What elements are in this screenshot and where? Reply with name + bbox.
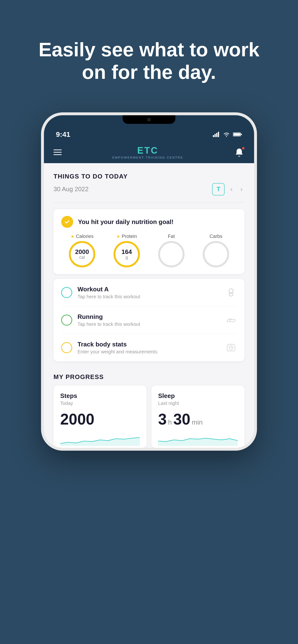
shoe-icon: [225, 314, 237, 326]
hamburger-menu[interactable]: [54, 150, 62, 155]
calories-star: ★: [71, 234, 74, 239]
steps-title: Steps: [60, 392, 140, 400]
date-text: 30 Aug 2022: [54, 186, 89, 193]
carbs-circle: [203, 241, 229, 268]
svg-rect-2: [216, 133, 217, 137]
steps-subtitle: Today: [60, 400, 140, 406]
svg-rect-3: [218, 132, 219, 137]
logo-title: ETC: [112, 146, 183, 156]
protein-unit: g: [125, 255, 128, 260]
kettlebell-icon: [225, 287, 237, 298]
protein-label-text: Protein: [122, 234, 137, 239]
logo-subtitle: EMPOWERMENT TRAINING CENTRE: [112, 156, 183, 159]
notch-area: [44, 115, 254, 127]
status-time: 9:41: [56, 130, 70, 138]
task-body-stats[interactable]: Track body stats Enter your weight and m…: [61, 334, 237, 361]
check-circle: [61, 216, 73, 228]
calories-label-text: Calories: [76, 234, 93, 239]
calories-label: ★ Calories: [71, 234, 93, 239]
fat-circle: [158, 241, 185, 268]
app-logo: ETC EMPOWERMENT TRAINING CENTRE: [112, 146, 183, 159]
prev-day-button[interactable]: ‹: [228, 184, 234, 194]
sleep-min-unit: min: [192, 418, 203, 426]
status-icons: [213, 132, 242, 137]
body-stats-content: Track body stats Enter your weight and m…: [77, 341, 225, 354]
workout-a-circle: [61, 287, 72, 298]
notification-dot: [242, 146, 245, 150]
wifi-icon: [223, 132, 230, 137]
nutrition-header: You hit your daily nutrition goal!: [61, 216, 237, 228]
task-workout-a[interactable]: Workout A Tap here to track this workout: [61, 279, 237, 306]
protein-circle: 164 g: [113, 241, 140, 268]
app-content: THINGS TO DO TODAY 30 Aug 2022 T ‹ ›: [44, 163, 254, 448]
sleep-minutes: 30: [173, 411, 190, 428]
protein-value: 164: [121, 249, 132, 255]
svg-rect-0: [213, 135, 214, 137]
divider: [54, 202, 244, 203]
macro-carbs: Carbs: [203, 234, 229, 268]
svg-rect-1: [215, 134, 216, 137]
camera: [147, 118, 151, 121]
today-button[interactable]: T: [212, 183, 225, 196]
fat-label: Fat: [168, 234, 175, 239]
scale-icon: [225, 342, 237, 354]
running-content: Running Tap here to track this workout: [77, 313, 225, 327]
macro-fat: Fat: [158, 234, 185, 268]
signal-icon: [213, 132, 220, 137]
carbs-label: Carbs: [209, 234, 222, 239]
nutrition-goal-text: You hit your daily nutrition goal!: [78, 218, 174, 226]
hero-text: Easily see what to work on for the day.: [0, 0, 298, 103]
steps-chart: [60, 432, 140, 446]
protein-star: ★: [116, 234, 120, 239]
task-running[interactable]: Running Tap here to track this workout: [61, 306, 237, 334]
carbs-label-text: Carbs: [209, 234, 222, 239]
today-btn-label: T: [216, 186, 220, 193]
sleep-h-unit: h: [168, 418, 172, 426]
phone-frame: 9:41: [41, 112, 257, 451]
section-title: THINGS TO DO TODAY: [54, 173, 244, 180]
running-sub: Tap here to track this workout: [77, 322, 225, 327]
sleep-card: Sleep Last night 3 h 30 min: [152, 386, 244, 448]
notification-bell[interactable]: [234, 147, 244, 158]
sleep-hours: 3: [158, 411, 167, 428]
sleep-chart: [158, 432, 238, 446]
calories-value: 2000: [75, 249, 89, 255]
progress-section: MY PROGRESS Steps Today 2000 S: [54, 366, 244, 448]
sleep-title: Sleep: [158, 392, 238, 400]
steps-value: 2000: [60, 411, 140, 428]
sleep-subtitle: Last night: [158, 400, 238, 406]
nutrition-macros: ★ Calories 2000 cal ★ Protein 164: [61, 234, 237, 268]
date-row: 30 Aug 2022 T ‹ ›: [54, 183, 244, 196]
running-circle: [61, 314, 72, 326]
steps-card: Steps Today 2000: [54, 386, 146, 448]
body-stats-name: Track body stats: [77, 341, 225, 348]
progress-cards: Steps Today 2000 Sleep Last night: [54, 386, 244, 448]
macro-calories: ★ Calories 2000 cal: [69, 234, 95, 268]
calories-unit: cal: [79, 255, 85, 260]
sleep-value: 3 h 30 min: [158, 411, 238, 428]
protein-label: ★ Protein: [116, 234, 137, 239]
workout-a-sub: Tap here to track this workout: [77, 294, 225, 300]
calories-circle: 2000 cal: [69, 241, 95, 268]
task-list: Workout A Tap here to track this workout…: [54, 279, 244, 361]
macro-protein: ★ Protein 164 g: [113, 234, 140, 268]
app-header: ETC EMPOWERMENT TRAINING CENTRE: [44, 142, 254, 163]
svg-rect-5: [233, 133, 240, 136]
status-bar: 9:41: [44, 127, 254, 142]
notch: [123, 115, 175, 124]
svg-rect-8: [230, 293, 232, 294]
workout-a-name: Workout A: [77, 286, 225, 293]
next-day-button[interactable]: ›: [238, 184, 244, 194]
date-controls: T ‹ ›: [212, 183, 244, 196]
workout-a-content: Workout A Tap here to track this workout: [77, 286, 225, 300]
svg-rect-6: [241, 134, 242, 135]
body-stats-sub: Enter your weight and measurements: [77, 349, 225, 354]
fat-label-text: Fat: [168, 234, 175, 239]
battery-icon: [233, 132, 242, 137]
nutrition-card: You hit your daily nutrition goal! ★ Cal…: [54, 209, 244, 274]
body-stats-circle: [61, 342, 72, 353]
my-progress-title: MY PROGRESS: [54, 373, 244, 381]
running-name: Running: [77, 313, 225, 320]
